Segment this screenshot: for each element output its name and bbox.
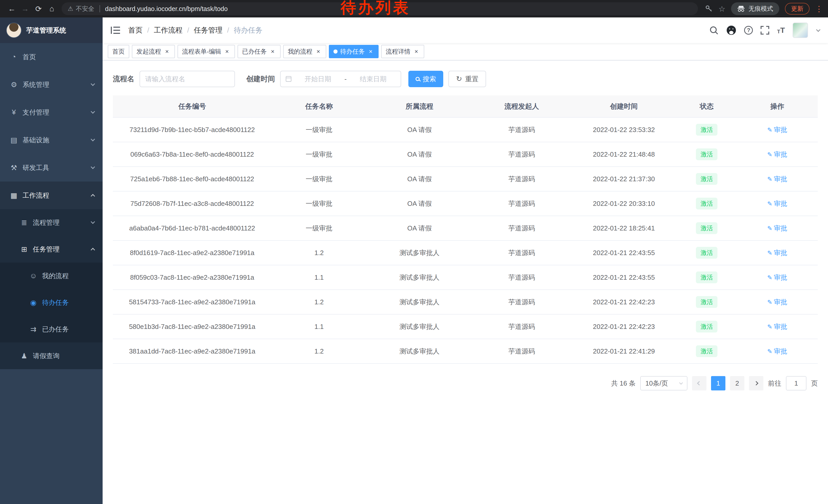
sidebar-item-todo-task[interactable]: ◉待办任务	[0, 289, 102, 316]
sidebar-item-system[interactable]: ⚙系统管理	[0, 71, 102, 98]
cell-created: 2022-01-21 22:42:23	[571, 314, 677, 339]
cell-task-id: 8f059c03-7ac8-11ec-a9e2-a2380e71991a	[113, 265, 272, 290]
bookmark-star-icon[interactable]: ☆	[718, 4, 726, 13]
avatar-caret-icon[interactable]	[816, 28, 821, 32]
user-avatar[interactable]	[793, 22, 808, 38]
security-chip[interactable]: ⚠ 不安全	[68, 5, 94, 13]
filter-bar: 流程名 创建时间 开始日期 - 结束日期 搜索 ↻ 重置	[113, 71, 818, 87]
task-table-body: 73211d9d-7b9b-11ec-b5b7-acde48001122一级审批…	[113, 118, 818, 364]
process-name-input[interactable]	[139, 71, 235, 87]
cell-task-name: 1.2	[272, 339, 367, 364]
sidebar-item-infra[interactable]: ▤基础设施	[0, 126, 102, 154]
cell-starter: 芋道源码	[472, 290, 571, 314]
chrome-right-cluster: ☆ 无痕模式 更新 ⋮	[705, 2, 823, 15]
close-icon[interactable]: ×	[367, 48, 374, 55]
sidebar-item-task-mgmt[interactable]: ⊞任务管理	[0, 236, 102, 263]
url-text: dashboard.yudao.iocoder.cn/bpm/task/todo	[105, 5, 228, 12]
sidebar-item-done-task[interactable]: ⇉已办任务	[0, 316, 102, 342]
fullscreen-icon[interactable]	[760, 26, 769, 35]
font-size-icon[interactable]: TT	[777, 26, 785, 35]
reload-icon[interactable]: ⟳	[32, 2, 45, 15]
sidebar-item-devtools[interactable]: ⚒研发工具	[0, 154, 102, 182]
reset-button[interactable]: ↻ 重置	[448, 71, 486, 87]
approve-link[interactable]: ✎审批	[767, 323, 787, 330]
approve-link[interactable]: ✎审批	[767, 274, 787, 281]
browser-menu-icon[interactable]: ⋮	[815, 4, 823, 13]
github-icon[interactable]	[726, 25, 736, 35]
cell-created: 2022-01-21 22:43:55	[571, 240, 677, 265]
cell-task-name: 1.1	[272, 265, 367, 290]
approve-link[interactable]: ✎审批	[767, 150, 787, 158]
update-button[interactable]: 更新	[785, 3, 810, 15]
page-size-select[interactable]: 10条/页	[640, 376, 688, 391]
sidebar-toggle-icon[interactable]	[111, 27, 120, 34]
page-button-2[interactable]: 2	[730, 376, 744, 391]
status-badge: 激活	[696, 222, 717, 234]
approve-link[interactable]: ✎审批	[767, 200, 787, 208]
sidebar-item-my-process[interactable]: ☺我的流程	[0, 263, 102, 289]
goto-page-input[interactable]	[786, 376, 806, 391]
breadcrumb: 首页 / 工作流程 / 任务管理 / 待办任务	[128, 26, 262, 35]
tab-process-detail[interactable]: 流程详情×	[381, 45, 424, 58]
approve-link[interactable]: ✎审批	[767, 126, 787, 134]
done-arrows-icon: ⇉	[29, 325, 38, 333]
breadcrumb-home[interactable]: 首页	[128, 26, 142, 35]
approve-link[interactable]: ✎审批	[767, 298, 787, 306]
chevron-down-icon	[91, 109, 95, 114]
approve-link[interactable]: ✎审批	[767, 249, 787, 257]
close-icon[interactable]: ×	[413, 48, 420, 55]
prev-page-button[interactable]	[692, 376, 706, 391]
approve-link[interactable]: ✎审批	[767, 175, 787, 183]
breadcrumb-task-mgmt[interactable]: 任务管理	[194, 26, 223, 35]
close-icon[interactable]: ×	[269, 48, 276, 55]
table-row: 58154733-7ac8-11ec-a9e2-a2380e71991a1.2测…	[113, 290, 818, 314]
tab-done-tasks[interactable]: 已办任务×	[238, 45, 281, 58]
edit-icon: ✎	[767, 126, 772, 133]
tab-start-process[interactable]: 发起流程×	[132, 45, 175, 58]
password-key-icon[interactable]	[705, 5, 713, 12]
breadcrumb-workflow[interactable]: 工作流程	[154, 26, 182, 35]
sidebar-menu: ◔首页⚙系统管理¥支付管理▤基础设施⚒研发工具▦工作流程≣流程管理⊞任务管理☺我…	[0, 43, 102, 369]
search-icon[interactable]	[709, 26, 718, 35]
active-tab-dot	[333, 49, 338, 54]
cell-process: 测试多审批人	[367, 314, 472, 339]
app-logo-row[interactable]: 芋道管理系统	[0, 17, 102, 43]
sidebar-item-leave-query[interactable]: ♟请假查询	[0, 342, 102, 369]
table-row: 381aa1dd-7ac8-11ec-a9e2-a2380e71991a1.2测…	[113, 339, 818, 364]
cell-task-id: 73211d9d-7b9b-11ec-b5b7-acde48001122	[113, 118, 272, 142]
tab-my-processes[interactable]: 我的流程×	[283, 45, 326, 58]
sidebar-item-workflow[interactable]: ▦工作流程	[0, 182, 102, 209]
incognito-label: 无痕模式	[748, 5, 773, 13]
tab-form-edit[interactable]: 流程表单-编辑×	[177, 45, 235, 58]
col-status: 状态	[677, 95, 737, 118]
date-range-picker[interactable]: 开始日期 - 结束日期	[280, 71, 401, 87]
tags-view: 首页发起流程×流程表单-编辑×已办任务×我的流程×待办任务×流程详情×	[102, 43, 828, 60]
cell-created: 2022-01-22 21:48:48	[571, 142, 677, 167]
sidebar-item-process-mgmt[interactable]: ≣流程管理	[0, 209, 102, 236]
col-actions: 操作	[737, 95, 818, 118]
approve-link[interactable]: ✎审批	[767, 348, 787, 355]
tab-todo-tasks[interactable]: 待办任务×	[329, 45, 379, 58]
cell-starter: 芋道源码	[472, 240, 571, 265]
close-icon[interactable]: ×	[224, 48, 230, 55]
search-button[interactable]: 搜索	[408, 71, 443, 87]
sidebar-item-home[interactable]: ◔首页	[0, 43, 102, 71]
help-icon[interactable]: ?	[744, 26, 753, 35]
next-page-button[interactable]	[749, 376, 763, 391]
close-icon[interactable]: ×	[315, 48, 322, 55]
sidebar-item-payment[interactable]: ¥支付管理	[0, 98, 102, 126]
close-icon[interactable]: ×	[164, 48, 170, 55]
main-area: 首页 / 工作流程 / 任务管理 / 待办任务 ? TT 首页发起流程×流程表单…	[102, 17, 828, 504]
edit-icon: ✎	[767, 348, 772, 355]
home-icon[interactable]: ⌂	[45, 2, 58, 15]
refresh-icon: ↻	[456, 75, 462, 83]
tab-home[interactable]: 首页	[108, 45, 129, 58]
col-task-name: 任务名称	[272, 95, 367, 118]
edit-icon: ✎	[767, 176, 772, 183]
cell-process: OA 请假	[367, 167, 472, 191]
page-button-1[interactable]: 1	[711, 376, 726, 391]
back-icon[interactable]: ←	[5, 2, 18, 15]
approve-link[interactable]: ✎审批	[767, 224, 787, 232]
forward-icon[interactable]: →	[18, 2, 32, 15]
cell-task-name: 一级审批	[272, 216, 367, 240]
